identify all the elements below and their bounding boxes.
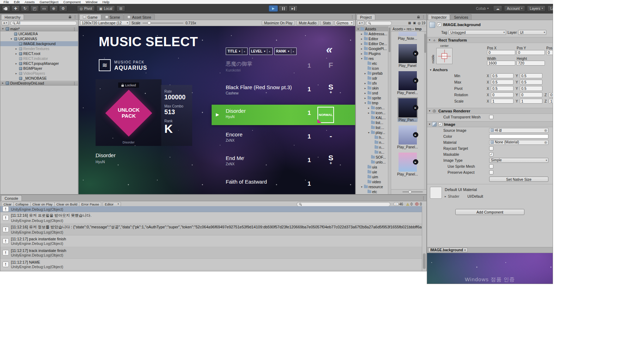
- project-folder-uia[interactable]: uia: [356, 165, 388, 170]
- foldout-icon[interactable]: ▾: [10, 37, 13, 41]
- scene-menu-icon[interactable]: ⋮: [73, 81, 78, 85]
- foldout-icon[interactable]: ▸: [364, 92, 367, 95]
- sort-button-level[interactable]: LEVEL▼▲: [249, 48, 273, 55]
- log-entry[interactable]: ![11:12:16] …UnityEngine.Debug:Log(Objec…: [0, 206, 422, 212]
- preview-object-dropdown[interactable]: IMAGE.background▾: [428, 248, 468, 252]
- foldout-icon[interactable]: ▾: [429, 38, 430, 42]
- hierarchy-item-rect-root[interactable]: ▸RECT.root: [0, 51, 78, 56]
- transform-tool[interactable]: ⊕: [49, 5, 58, 12]
- scale-z-field[interactable]: 1: [549, 99, 553, 104]
- tab-services[interactable]: Services: [450, 14, 472, 20]
- audio-play-icon[interactable]: ▶: [413, 105, 418, 110]
- hierarchy-item-image-background[interactable]: IMAGE.background: [0, 41, 78, 46]
- material-field[interactable]: None (Material)◎: [489, 140, 548, 145]
- local-toggle[interactable]: ▣Local: [96, 5, 115, 12]
- menu-item-window[interactable]: Window: [83, 0, 100, 4]
- rotate-tool[interactable]: ↻: [21, 5, 29, 12]
- foldout-icon[interactable]: ▾: [364, 101, 367, 105]
- scale-slider-knob[interactable]: [147, 21, 151, 25]
- audio-play-icon[interactable]: ▶: [413, 159, 418, 165]
- rotation-y-field[interactable]: 0: [520, 92, 542, 97]
- project-folder-sprite[interactable]: ▸sprite: [356, 96, 388, 100]
- foldout-icon[interactable]: ▾: [367, 131, 370, 134]
- rotation-x-field[interactable]: 0: [491, 92, 514, 97]
- object-picker-icon[interactable]: ◎: [544, 129, 547, 132]
- console-search-input[interactable]: [297, 202, 390, 207]
- scene-row-dontdestroyonload[interactable]: ▸DontDestroyOnLoad⋮: [0, 81, 78, 86]
- search-by-label-icon[interactable]: ▣: [413, 21, 416, 25]
- mute-audio-button[interactable]: Mute Audio: [296, 20, 319, 25]
- sort-button-rank[interactable]: RANK▼▲: [274, 48, 297, 55]
- menu-item-gameobject[interactable]: GameObject: [37, 0, 61, 4]
- breadcrumb-item-assets[interactable]: Assets: [393, 27, 403, 31]
- hierarchy-create-button[interactable]: +▾: [1, 21, 9, 25]
- snap-button[interactable]: ⊞: [116, 5, 125, 12]
- max-x-field[interactable]: 0.5: [491, 80, 514, 85]
- scale-x-field[interactable]: 1: [491, 99, 514, 104]
- project-folder-h[interactable]: h...: [356, 135, 388, 140]
- pivot-y-field[interactable]: 0.5: [520, 86, 542, 91]
- log-entry[interactable]: ![11:12:16] 유저 프로필을 받아오지 못했습니다.UnityEngi…: [0, 212, 422, 224]
- layers-dropdown[interactable]: Layers▾: [527, 5, 546, 12]
- foldout-icon[interactable]: ▾: [429, 109, 430, 112]
- zoom-slider[interactable]: [402, 191, 423, 192]
- color-swatch[interactable]: [489, 134, 548, 138]
- audio-play-icon[interactable]: ▶: [413, 51, 418, 56]
- project-folder-list[interactable]: list...: [356, 120, 388, 125]
- maskable-checkbox[interactable]: ✓: [489, 152, 493, 156]
- project-folder-skin[interactable]: ▸skin: [356, 86, 388, 91]
- log-entry[interactable]: ![11:12:16] 유저 정보를 받았습니다 : {"state":0,"m…: [0, 224, 422, 235]
- foldout-icon[interactable]: ▸: [360, 52, 363, 55]
- scene-menu-icon[interactable]: ⋮: [73, 27, 78, 31]
- layout-dropdown[interactable]: Layers▾: [547, 5, 553, 12]
- gizmos-dropdown[interactable]: Gizmos: [335, 20, 354, 25]
- clear-on-play-button[interactable]: Clear on Play: [30, 202, 55, 207]
- asset-item-play-panel[interactable]: ▶Play_Panel...: [391, 153, 424, 176]
- foldout-icon[interactable]: ▸: [360, 37, 363, 41]
- foldout-icon[interactable]: ▸: [445, 195, 446, 198]
- asset-item-play-panel[interactable]: ▶Play_Panel...: [391, 71, 424, 95]
- panel-menu-icon[interactable]: ⋮: [73, 15, 77, 19]
- project-tab[interactable]: Project: [357, 14, 375, 20]
- project-tree-scrollbar[interactable]: [388, 26, 391, 194]
- project-folder-tmp[interactable]: ▾tmp: [356, 100, 388, 105]
- project-folder-n[interactable]: n...: [356, 150, 388, 155]
- foldout-icon[interactable]: ▸: [367, 106, 370, 110]
- tab-inspector[interactable]: Inspector: [428, 14, 450, 20]
- back-button[interactable]: «: [325, 43, 334, 56]
- project-folder-icon[interactable]: icon: [356, 66, 388, 71]
- image-type-dropdown[interactable]: Simple: [489, 158, 548, 163]
- project-folder-googlepl[interactable]: ▸GooglePl...: [356, 46, 388, 51]
- foldout-icon[interactable]: ▾: [430, 68, 431, 72]
- panel-menu-icon[interactable]: ⋮: [422, 196, 425, 200]
- tab-game[interactable]: Game: [79, 14, 101, 20]
- project-folder-icon[interactable]: ▸icon...: [356, 110, 388, 115]
- project-folder-con[interactable]: ▸con...: [356, 105, 388, 110]
- clear-on-build-button[interactable]: Clear on Build: [54, 202, 80, 207]
- height-field[interactable]: 720: [517, 61, 545, 66]
- breadcrumb-item-tmp[interactable]: tmp: [415, 27, 421, 31]
- song-row-encore[interactable]: EncoreZxNX1-: [212, 128, 355, 149]
- min-x-field[interactable]: 0.5: [491, 73, 514, 78]
- log-entry[interactable]: ![11:12:17] pack instantiate finishUnity…: [0, 235, 422, 247]
- collab-dropdown[interactable]: Collab▾: [473, 5, 491, 12]
- rect-tool[interactable]: ▭: [40, 5, 48, 12]
- lock-icon[interactable]: [417, 17, 420, 18]
- breadcrumb-item-res[interactable]: res: [407, 27, 412, 31]
- song-row-item[interactable]: 悪魔の御掌Kurokotei1F: [212, 57, 355, 78]
- scale-tool[interactable]: ◰: [30, 5, 39, 12]
- log-entry[interactable]: ![11:12:17] NAMEUnityEngine.Debug:Log(Ob…: [0, 259, 422, 270]
- clear-button[interactable]: Clear: [1, 202, 14, 207]
- project-folder-list[interactable]: list:...: [356, 125, 388, 130]
- info-count-toggle[interactable]: !46: [394, 202, 403, 206]
- image-enabled-checkbox[interactable]: ✓: [438, 122, 442, 126]
- layer-dropdown[interactable]: UI: [518, 30, 546, 35]
- project-folder-assets[interactable]: ▾Assets: [356, 26, 388, 31]
- anchor-preset[interactable]: center middle: [436, 48, 452, 64]
- project-folder-unlo[interactable]: unlo...: [356, 160, 388, 165]
- collapse-button[interactable]: Collapse: [13, 202, 31, 207]
- scrollbar-thumb[interactable]: [423, 253, 426, 269]
- hierarchy-item-uicamera[interactable]: UICAMERA: [0, 31, 78, 36]
- project-folder-uie[interactable]: uie: [356, 170, 388, 174]
- scene-row-main[interactable]: ▾main*⋮: [0, 26, 78, 31]
